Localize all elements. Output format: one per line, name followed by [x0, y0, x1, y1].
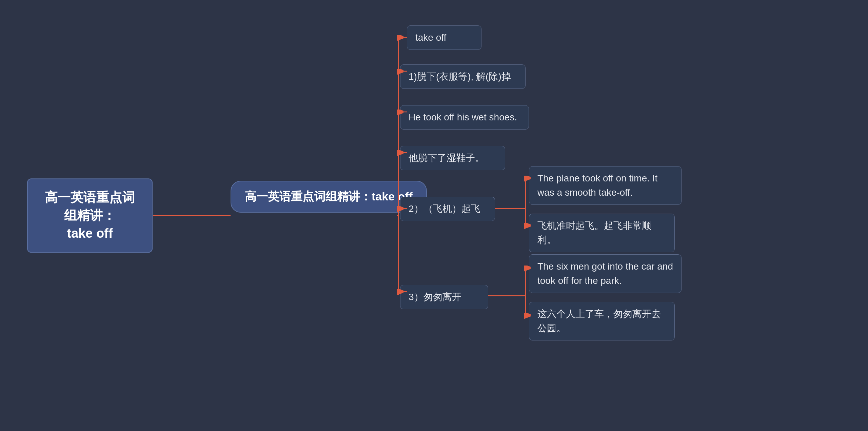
central-label: 高一英语重点词组精讲：take off: [245, 190, 413, 203]
leaf-example1-cn: 他脱下了湿鞋子。: [400, 146, 505, 170]
root-label-line2: take off: [67, 226, 113, 240]
leaf-example3-en: The six men got into the car and took of…: [529, 254, 682, 293]
leaf-meaning2: 2）（飞机）起飞: [400, 197, 495, 221]
leaf-example1-en: He took off his wet shoes.: [400, 105, 529, 130]
leaf-example3-cn: 这六个人上了车，匆匆离开去公园。: [529, 302, 675, 340]
leaf-example2-en: The plane took off on time. It was a smo…: [529, 166, 682, 205]
leaf-meaning1: 1)脱下(衣服等), 解(除)掉: [400, 64, 526, 89]
root-node: 高一英语重点词组精讲： take off: [27, 178, 153, 253]
leaf-take-off: take off: [407, 25, 481, 50]
leaf-meaning3: 3）匆匆离开: [400, 285, 488, 309]
root-label-line1: 高一英语重点词组精讲：: [45, 190, 135, 222]
central-node: 高一英语重点词组精讲：take off: [231, 181, 427, 213]
leaf-example2-cn: 飞机准时起飞。起飞非常顺利。: [529, 214, 675, 252]
